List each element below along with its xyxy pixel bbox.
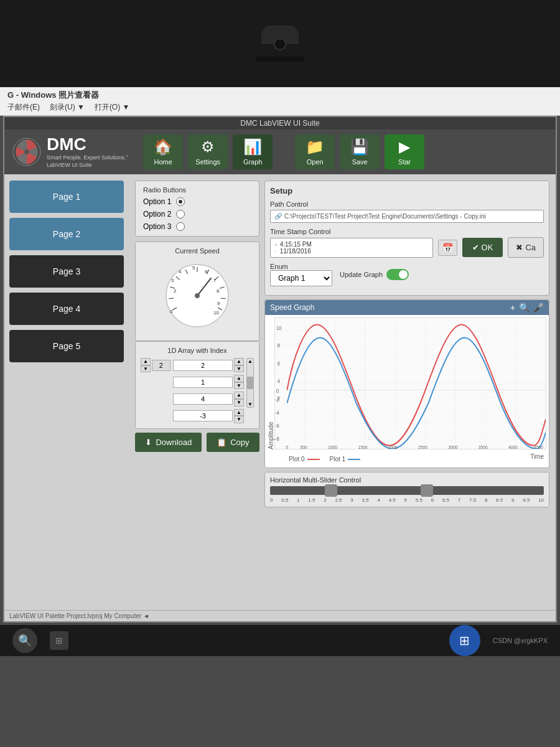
menu-open[interactable]: 打开(O) ▼ [95, 102, 130, 113]
slider-label-0: 0 [270, 497, 273, 503]
scroll-up[interactable]: ▲ [248, 359, 253, 364]
graph-title-bar: Speed Graph + 🔍 🎤 [265, 300, 549, 315]
svg-text:9: 9 [217, 301, 220, 306]
val2-down[interactable]: ▼ [234, 399, 244, 406]
copy-button[interactable]: 📋 Copy [207, 433, 259, 452]
array-index-col: ▲ ▼ 2 [141, 358, 170, 375]
cancel-button[interactable]: ✖ Ca [508, 237, 544, 258]
scroll-down[interactable]: ▼ [248, 402, 253, 407]
timestamp-box[interactable]: + - 4:15:15 PM 11/18/2016 [270, 238, 433, 258]
slider-label-15: 7.5 [469, 497, 476, 503]
slider-label-4: 2 [324, 497, 326, 503]
update-graph-row: Update Graph [340, 269, 409, 280]
slider-label-18: 9 [511, 497, 514, 503]
menu-email[interactable]: 子邮件(E) [7, 102, 40, 113]
calendar-icon[interactable]: 📅 [438, 240, 457, 256]
enum-select[interactable]: Graph 1 Graph 2 Graph 3 [270, 270, 332, 286]
graph-mic-icon[interactable]: 🎤 [533, 303, 544, 312]
slider-track[interactable] [270, 486, 544, 495]
array-val-3[interactable]: -3 [173, 410, 233, 421]
svg-text:1500: 1500 [358, 445, 367, 449]
play-icon: ▶ [399, 138, 410, 156]
ts-minus[interactable]: - [274, 248, 278, 253]
index-up[interactable]: ▲ [141, 358, 151, 365]
cancel-label: Ca [525, 243, 536, 252]
slider-label-8: 4 [377, 497, 380, 503]
svg-text:0: 0 [170, 309, 173, 314]
update-graph-toggle[interactable] [386, 269, 409, 280]
search-button[interactable]: 🔍 [12, 628, 37, 653]
array-scrollbar[interactable]: ▲ ▼ [246, 358, 254, 408]
val0-down[interactable]: ▼ [234, 365, 244, 373]
array-val-1[interactable]: 1 [173, 377, 233, 388]
open-button[interactable]: 📁 Open [295, 134, 335, 169]
svg-text:2500: 2500 [418, 445, 427, 449]
scroll-thumb[interactable] [247, 377, 253, 389]
val0-up[interactable]: ▲ [234, 358, 244, 365]
content-panel: Radio Buttons Option 1 Option 2 [129, 174, 556, 610]
val3-stepper[interactable]: ▲ ▼ [234, 409, 244, 423]
sidebar-item-page4[interactable]: Page 4 [9, 293, 124, 325]
radio-option1[interactable]: Option 1 [143, 197, 251, 206]
svg-text:10: 10 [213, 310, 219, 316]
x-axis-label: Time [530, 453, 544, 465]
path-label: Path Control [270, 200, 544, 208]
slider-thumb-1[interactable] [325, 484, 337, 497]
svg-text:2: 2 [174, 288, 177, 294]
val1-stepper[interactable]: ▲ ▼ [234, 375, 244, 389]
sidebar-item-page5[interactable]: Page 5 [9, 330, 124, 362]
radio-group: Option 1 Option 2 Option 3 [143, 197, 251, 231]
slider-thumb-2[interactable] [421, 484, 433, 497]
val1-down[interactable]: ▼ [234, 382, 244, 390]
home-button[interactable]: 🏠 Home [143, 134, 183, 169]
sidebar-item-page1[interactable]: Page 1 [9, 181, 124, 213]
radio-section-title: Radio Buttons [143, 186, 251, 194]
sidebar-item-page3[interactable]: Page 3 [9, 255, 124, 288]
radio-circle-3[interactable] [176, 222, 185, 231]
tagline1: Smart People. Expert Solutions.° [47, 154, 128, 162]
svg-text:7: 7 [213, 278, 217, 283]
index-stepper[interactable]: ▲ ▼ [141, 358, 151, 372]
array-val-0[interactable]: 2 [173, 360, 233, 371]
ok-button[interactable]: ✔ OK [462, 238, 503, 257]
path-control[interactable]: 🔗 C:\Projects\TEST\Test Project\Test Eng… [270, 210, 544, 223]
download-button[interactable]: ⬇ Download [135, 433, 202, 452]
svg-text:5: 5 [192, 265, 195, 271]
radio-circle-1[interactable] [176, 197, 185, 206]
speed-graph-panel: Speed Graph + 🔍 🎤 Amplitude [264, 299, 549, 468]
y-axis-label: Amplitude [268, 317, 274, 449]
ts-plus[interactable]: + [274, 242, 278, 248]
index-down[interactable]: ▼ [141, 365, 151, 373]
slider-label-10: 5 [404, 497, 407, 503]
slider-labels: 0 0.5 1 1.5 2 2.5 3 3.5 4 4.5 5 5.5 [270, 497, 544, 503]
plot0-label: Plot 0 [289, 456, 305, 463]
x-icon: ✖ [516, 243, 523, 252]
slider-title: Horizontal Multi-Slider Control [270, 476, 544, 484]
array-val-2[interactable]: 4 [173, 393, 233, 405]
radio-option2[interactable]: Option 2 [143, 210, 251, 218]
graph-button[interactable]: 📊 Graph [233, 134, 273, 169]
svg-text:4000: 4000 [508, 445, 518, 449]
graph-add-icon[interactable]: + [510, 303, 515, 312]
windows-icon: ⊞ [459, 633, 470, 648]
val0-stepper[interactable]: ▲ ▼ [234, 358, 244, 372]
val2-up[interactable]: ▲ [234, 392, 244, 399]
grid-button[interactable]: ⊞ [50, 631, 68, 650]
radio-option3[interactable]: Option 3 [143, 222, 251, 231]
val3-down[interactable]: ▼ [234, 416, 244, 423]
sidebar-item-page2[interactable]: Page 2 [9, 218, 124, 250]
val1-up[interactable]: ▲ [234, 375, 244, 382]
val2-stepper[interactable]: ▲ ▼ [234, 392, 244, 406]
val3-up[interactable]: ▲ [234, 409, 244, 416]
radio-circle-2[interactable] [176, 210, 185, 218]
legend-plot0: Plot 0 [289, 456, 320, 463]
start-label: Star [398, 158, 411, 166]
settings-button[interactable]: ⚙ Settings [188, 134, 228, 169]
windows-btn[interactable]: ⊞ [449, 625, 480, 656]
svg-text:3500: 3500 [478, 445, 488, 449]
graph-zoom-icon[interactable]: 🔍 [519, 303, 530, 312]
save-button[interactable]: 💾 Save [340, 134, 380, 169]
speaker-slot [255, 57, 305, 62]
menu-burn[interactable]: 刻录(U) ▼ [50, 102, 85, 113]
start-button[interactable]: ▶ Star [385, 134, 424, 169]
